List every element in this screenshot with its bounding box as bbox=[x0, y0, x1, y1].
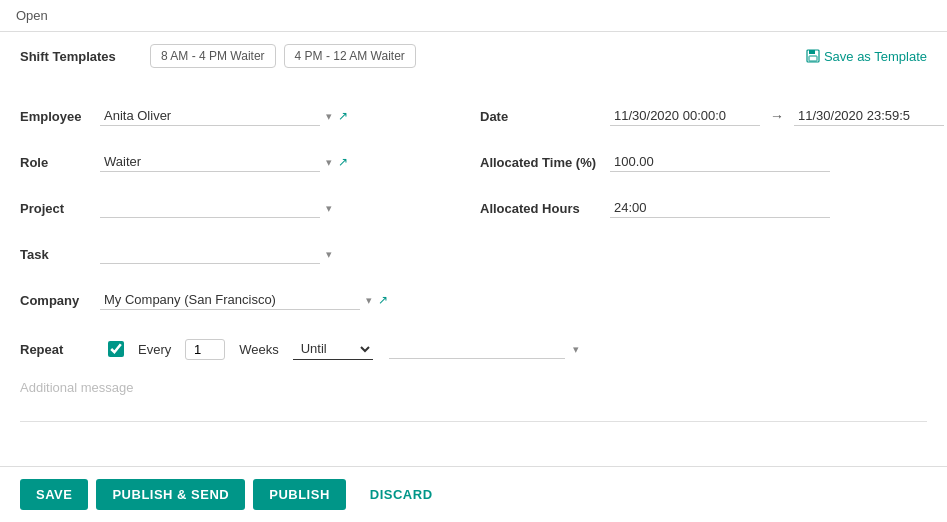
until-date-input[interactable] bbox=[389, 339, 565, 359]
allocated-hours-input[interactable] bbox=[610, 198, 830, 218]
until-date-dropdown-arrow[interactable]: ▾ bbox=[573, 343, 579, 356]
role-dropdown-arrow[interactable]: ▾ bbox=[326, 156, 332, 169]
allocated-time-label: Allocated Time (%) bbox=[480, 155, 610, 170]
employee-dropdown-arrow[interactable]: ▾ bbox=[326, 110, 332, 123]
company-dropdown-arrow[interactable]: ▾ bbox=[366, 294, 372, 307]
role-external-link[interactable]: ↗ bbox=[338, 155, 348, 169]
additional-message-field[interactable]: Additional message bbox=[20, 374, 927, 401]
save-button[interactable]: SAVE bbox=[20, 479, 88, 510]
repeat-every-input[interactable] bbox=[185, 339, 225, 360]
project-dropdown-arrow[interactable]: ▾ bbox=[326, 202, 332, 215]
discard-button[interactable]: DISCARD bbox=[354, 479, 449, 510]
template-tag-2[interactable]: 4 PM - 12 AM Waiter bbox=[284, 44, 416, 68]
publish-send-button[interactable]: PUBLISH & SEND bbox=[96, 479, 245, 510]
date-arrow-icon: → bbox=[770, 108, 784, 124]
company-external-link[interactable]: ↗ bbox=[378, 293, 388, 307]
until-select[interactable]: Until Forever Date bbox=[293, 338, 373, 360]
date-start-input[interactable] bbox=[610, 106, 760, 126]
status-label: Open bbox=[16, 8, 48, 23]
additional-message-placeholder: Additional message bbox=[20, 380, 133, 395]
save-as-template-button[interactable]: Save as Template bbox=[806, 49, 927, 64]
task-input[interactable] bbox=[100, 244, 320, 264]
save-icon bbox=[806, 49, 820, 63]
project-input[interactable] bbox=[100, 198, 320, 218]
project-label: Project bbox=[20, 201, 100, 216]
allocated-hours-label: Allocated Hours bbox=[480, 201, 610, 216]
svg-rect-2 bbox=[809, 56, 817, 61]
weeks-label: Weeks bbox=[239, 342, 279, 357]
allocated-time-input[interactable] bbox=[610, 152, 830, 172]
divider bbox=[20, 421, 927, 422]
employee-label: Employee bbox=[20, 109, 100, 124]
save-as-template-label: Save as Template bbox=[824, 49, 927, 64]
employee-external-link[interactable]: ↗ bbox=[338, 109, 348, 123]
template-tags-container: 8 AM - 4 PM Waiter 4 PM - 12 AM Waiter bbox=[150, 44, 806, 68]
company-input[interactable] bbox=[100, 290, 360, 310]
role-input[interactable] bbox=[100, 152, 320, 172]
publish-button[interactable]: PUBLISH bbox=[253, 479, 346, 510]
template-tag-1[interactable]: 8 AM - 4 PM Waiter bbox=[150, 44, 276, 68]
company-label: Company bbox=[20, 293, 100, 308]
bottom-action-bar: SAVE PUBLISH & SEND PUBLISH DISCARD bbox=[0, 466, 947, 522]
task-dropdown-arrow[interactable]: ▾ bbox=[326, 248, 332, 261]
employee-input[interactable] bbox=[100, 106, 320, 126]
date-end-input[interactable] bbox=[794, 106, 944, 126]
repeat-checkbox[interactable] bbox=[108, 341, 124, 357]
every-label: Every bbox=[138, 342, 171, 357]
task-label: Task bbox=[20, 247, 100, 262]
role-label: Role bbox=[20, 155, 100, 170]
shift-templates-label: Shift Templates bbox=[20, 49, 150, 64]
svg-rect-1 bbox=[809, 50, 815, 54]
repeat-label: Repeat bbox=[20, 342, 100, 357]
date-label: Date bbox=[480, 109, 610, 124]
